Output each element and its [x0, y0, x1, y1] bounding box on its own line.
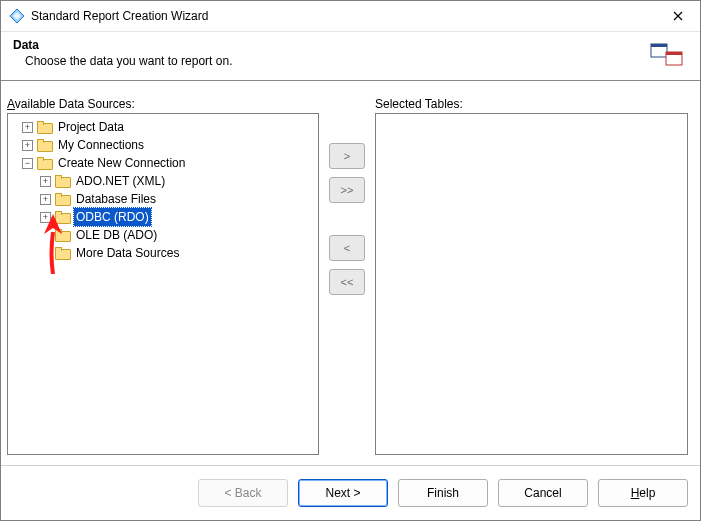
remove-all-button[interactable]: << [329, 269, 365, 295]
tree-node-my-connections[interactable]: + My Connections [10, 136, 316, 154]
add-all-button[interactable]: >> [329, 177, 365, 203]
add-button[interactable]: > [329, 143, 365, 169]
tree-node-odbc-rdo[interactable]: + ODBC (RDO) [10, 208, 316, 226]
tree-node-adonet-xml[interactable]: + ADO.NET (XML) [10, 172, 316, 190]
next-button[interactable]: Next > [298, 479, 388, 507]
folder-icon [55, 247, 71, 260]
app-icon [9, 8, 25, 24]
wizard-window: Standard Report Creation Wizard Data Cho… [0, 0, 701, 521]
folder-icon [55, 175, 71, 188]
expand-icon[interactable]: + [40, 176, 51, 187]
expand-placeholder [40, 230, 51, 241]
tree-node-database-files[interactable]: + Database Files [10, 190, 316, 208]
svg-rect-3 [651, 44, 667, 47]
wizard-body: Available Data Sources: + Project Data +… [1, 81, 700, 465]
page-subheading: Choose the data you want to report on. [13, 54, 650, 68]
expand-icon[interactable]: + [22, 122, 33, 133]
tree-node-project-data[interactable]: + Project Data [10, 118, 316, 136]
transfer-buttons: > >> < << [319, 97, 375, 455]
page-heading: Data [13, 38, 650, 52]
folder-icon [37, 121, 53, 134]
wizard-header: Data Choose the data you want to report … [1, 32, 700, 80]
folder-icon [37, 157, 53, 170]
selected-tables-list[interactable] [375, 113, 688, 455]
selected-tables-label: Selected Tables: [375, 97, 688, 111]
folder-icon [55, 211, 71, 224]
folder-icon [55, 229, 71, 242]
cancel-button[interactable]: Cancel [498, 479, 588, 507]
available-sources-tree[interactable]: + Project Data + My Connections − Create… [7, 113, 319, 455]
folder-icon [55, 193, 71, 206]
back-button: < Back [198, 479, 288, 507]
finish-button[interactable]: Finish [398, 479, 488, 507]
svg-rect-5 [666, 52, 682, 55]
tree-node-more-data-sources[interactable]: More Data Sources [10, 244, 316, 262]
data-page-icon [650, 40, 684, 70]
tree-node-oledb-ado[interactable]: OLE DB (ADO) [10, 226, 316, 244]
expand-icon[interactable]: + [22, 140, 33, 151]
close-button[interactable] [660, 1, 696, 31]
collapse-icon[interactable]: − [22, 158, 33, 169]
expand-placeholder [40, 248, 51, 259]
expand-icon[interactable]: + [40, 194, 51, 205]
available-sources-column: Available Data Sources: + Project Data +… [7, 97, 319, 455]
help-button[interactable]: Help [598, 479, 688, 507]
expand-icon[interactable]: + [40, 212, 51, 223]
available-sources-label: Available Data Sources: [7, 97, 319, 111]
selected-tables-column: Selected Tables: [375, 97, 688, 455]
folder-icon [37, 139, 53, 152]
tree-node-create-new-connection[interactable]: − Create New Connection [10, 154, 316, 172]
titlebar: Standard Report Creation Wizard [1, 1, 700, 32]
wizard-footer: < Back Next > Finish Cancel Help [1, 466, 700, 520]
remove-button[interactable]: < [329, 235, 365, 261]
window-title: Standard Report Creation Wizard [31, 9, 660, 23]
